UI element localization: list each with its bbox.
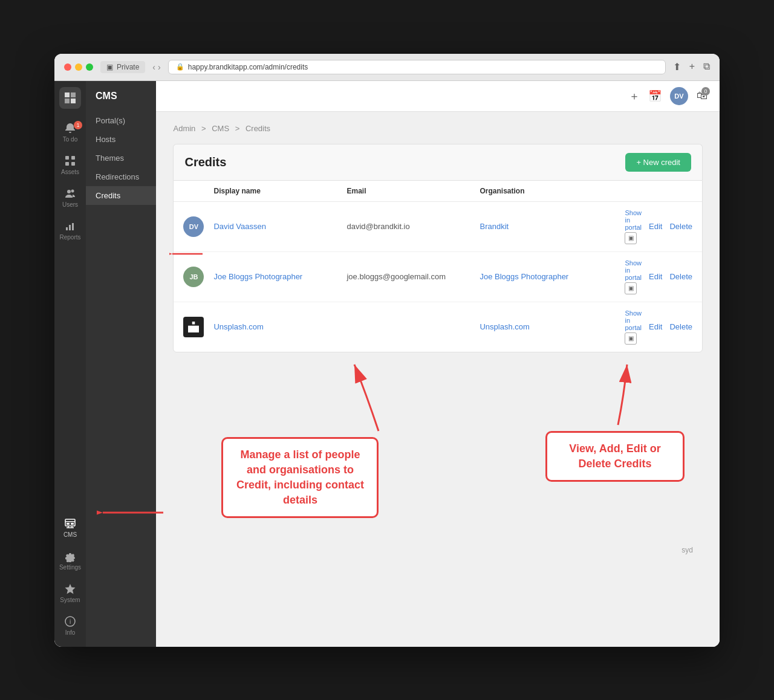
sidebar-item-settings[interactable]: Settings [54, 545, 86, 575]
page-title: Credits [184, 155, 226, 169]
org-unsplash[interactable]: Unsplash.com [480, 322, 625, 331]
svg-rect-7 [71, 162, 75, 166]
sidebar-item-system[interactable]: System [54, 578, 86, 608]
svg-rect-2 [65, 99, 70, 103]
table-row: JB Joe Bloggs Photographer joe.bloggs@go… [174, 252, 702, 302]
annotation-left: Manage a list of people and organisation… [221, 437, 379, 519]
address-bar[interactable]: 🔒 happy.brandkitapp.com/admin/credits [168, 60, 666, 74]
forward-arrow[interactable]: › [158, 62, 161, 72]
portal-icon-unsplash: ▣ [625, 332, 637, 345]
name-david[interactable]: David Vaassen [213, 222, 346, 231]
right-arrow-svg [594, 358, 642, 431]
system-label: System [60, 597, 80, 603]
org-joe[interactable]: Joe Bloggs Photographer [480, 272, 625, 281]
windows-icon[interactable]: ⧉ [703, 61, 710, 73]
edit-unsplash[interactable]: Edit [649, 322, 662, 331]
cart-icon-wrap: 🛍 0 [697, 89, 707, 102]
org-david[interactable]: Brandkit [480, 222, 625, 231]
show-portal-joe[interactable]: Show in portal ▣ [625, 259, 642, 294]
breadcrumb: Admin > CMS > Credits [173, 124, 703, 133]
unsplash-logo-icon [188, 322, 199, 332]
svg-rect-13 [65, 519, 75, 526]
sidebar-item-reports[interactable]: Reports [54, 215, 86, 245]
plus-icon[interactable]: ＋ [629, 89, 640, 103]
portal-icon-joe: ▣ [625, 282, 637, 294]
delete-joe[interactable]: Delete [669, 272, 692, 281]
svg-rect-24 [192, 322, 195, 325]
sidebar-nav-credits[interactable]: Credits [86, 186, 156, 205]
close-button[interactable] [64, 63, 71, 71]
private-mode-label: ▣ Private [100, 61, 145, 73]
icon-sidebar: 1 To do Assets [54, 81, 86, 647]
table-row: Unsplash.com Unsplash.com Show in portal… [174, 302, 702, 352]
maximize-button[interactable] [86, 63, 93, 71]
edit-joe[interactable]: Edit [649, 272, 662, 281]
svg-rect-4 [65, 156, 69, 160]
breadcrumb-cms[interactable]: CMS [212, 124, 229, 133]
chart-icon [64, 220, 76, 232]
cart-badge: 0 [701, 87, 710, 96]
browser-chrome: ▣ Private ‹ › 🔒 happy.brandkitapp.com/ad… [54, 54, 720, 81]
email-joe: joe.bloggs@googlemail.com [346, 272, 480, 281]
header-email: Email [346, 187, 480, 195]
page-header: Credits + New credit [173, 144, 703, 180]
sidebar-title: CMS [86, 91, 156, 111]
sidebar-nav-themes[interactable]: Themes [86, 149, 156, 167]
minimize-button[interactable] [75, 63, 82, 71]
nav-arrows: ‹ › [152, 62, 160, 72]
svg-rect-25 [188, 325, 199, 332]
user-avatar[interactable]: DV [670, 87, 688, 105]
new-credit-button[interactable]: + New credit [625, 153, 691, 172]
name-joe[interactable]: Joe Bloggs Photographer [213, 272, 346, 281]
reports-label: Reports [59, 234, 80, 241]
sidebar-nav-hosts[interactable]: Hosts [86, 130, 156, 149]
left-sidebar: CMS Portal(s) Hosts Themes Redirections … [86, 81, 156, 647]
svg-rect-1 [71, 92, 76, 97]
header-display-name: Display name [213, 187, 346, 195]
share-icon[interactable]: ⬆ [673, 61, 681, 73]
annotation-right-text: View, Add, Edit or Delete Credits [569, 442, 660, 470]
breadcrumb-credits: Credits [246, 124, 270, 133]
info-icon: i [64, 615, 76, 627]
actions-unsplash: Show in portal ▣ Edit Delete [625, 309, 692, 345]
sidebar-item-todo[interactable]: 1 To do [54, 117, 86, 147]
header-actions [625, 187, 692, 195]
sidebar-item-cms[interactable]: CMS [54, 513, 86, 543]
name-unsplash[interactable]: Unsplash.com [213, 322, 346, 331]
annotation-left-text: Manage a list of people and organisation… [236, 449, 364, 507]
url-text: happy.brandkitapp.com/admin/credits [188, 63, 308, 71]
svg-rect-15 [67, 523, 70, 525]
info-label: Info [65, 629, 76, 636]
sidebar-nav-redirections[interactable]: Redirections [86, 167, 156, 186]
svg-rect-12 [72, 223, 74, 230]
main-content: ＋ 📅 DV 🛍 0 Admin > CMS > Credits [156, 81, 720, 647]
content-area: Admin > CMS > Credits Credits + New cred… [156, 112, 720, 647]
header-avatar [183, 187, 213, 195]
delete-unsplash[interactable]: Delete [669, 322, 692, 331]
show-portal-david[interactable]: Show in portal ▣ [625, 209, 642, 244]
sidebar-item-assets[interactable]: Assets [54, 150, 86, 180]
sidebar-item-info[interactable]: i Info [54, 611, 86, 641]
calendar-icon[interactable]: 📅 [648, 89, 662, 103]
avatar-unsplash [183, 317, 204, 337]
breadcrumb-sep-2: > [235, 124, 242, 133]
actions-david: Show in portal ▣ Edit Delete [625, 209, 692, 244]
sidebar-item-users[interactable]: Users [54, 183, 86, 213]
sidebar-nav-portals[interactable]: Portal(s) [86, 111, 156, 130]
edit-david[interactable]: Edit [649, 222, 662, 231]
svg-rect-6 [65, 162, 69, 166]
annotation-right: View, Add, Edit or Delete Credits [545, 431, 685, 482]
show-portal-unsplash[interactable]: Show in portal ▣ [625, 309, 642, 345]
back-arrow[interactable]: ‹ [152, 62, 155, 72]
breadcrumb-admin[interactable]: Admin [173, 124, 195, 133]
svg-point-8 [67, 190, 71, 193]
actions-joe: Show in portal ▣ Edit Delete [625, 259, 692, 294]
footer: syd [173, 540, 703, 560]
settings-label: Settings [59, 564, 81, 571]
cms-icon [64, 517, 76, 530]
svg-rect-0 [65, 92, 70, 97]
top-bar: ＋ 📅 DV 🛍 0 [156, 81, 720, 112]
delete-david[interactable]: Delete [669, 222, 692, 231]
avatar-jb: JB [183, 267, 204, 287]
add-tab-icon[interactable]: + [689, 61, 695, 73]
